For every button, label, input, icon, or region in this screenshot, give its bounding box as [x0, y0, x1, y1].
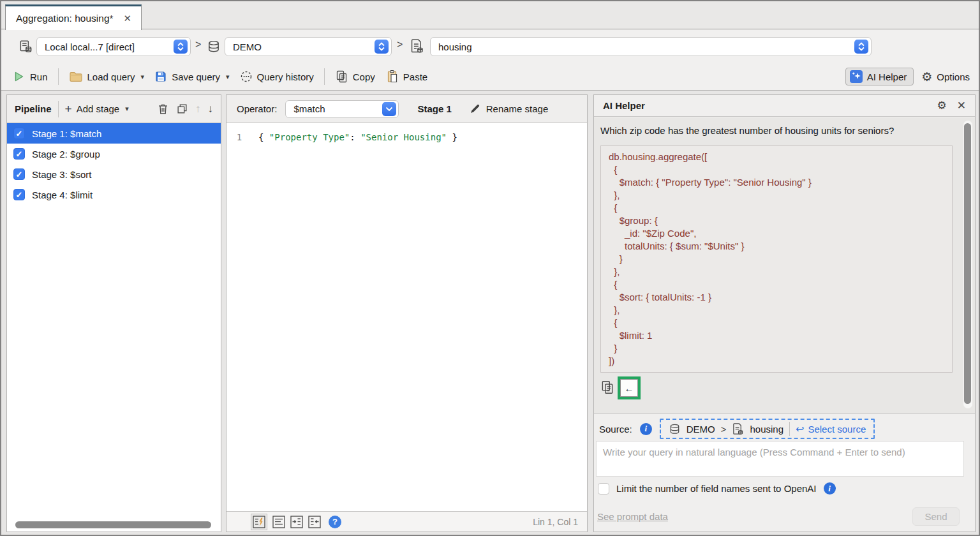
folder-icon — [69, 70, 83, 83]
stage-checkbox[interactable]: ✓ — [13, 168, 25, 180]
chevron-down-icon[interactable]: ▾ — [125, 105, 129, 113]
paste-icon — [385, 70, 399, 84]
collection-icon — [732, 422, 744, 436]
trash-icon[interactable] — [157, 103, 169, 115]
database-select-value: DEMO — [233, 41, 262, 52]
vertical-scrollbar-thumb[interactable] — [964, 123, 971, 404]
insert-highlight: ← — [618, 376, 641, 399]
source-label: Source: — [599, 424, 632, 435]
load-query-label: Load query — [87, 71, 135, 82]
pipeline-stage[interactable]: ✓Stage 4: $limit — [7, 184, 221, 205]
chevron-down-icon[interactable]: ▾ — [226, 73, 230, 81]
add-stage-button[interactable]: + Add stage ▾ — [65, 102, 129, 116]
move-up-icon[interactable]: ↑ — [195, 103, 201, 115]
run-label: Run — [30, 71, 48, 82]
pipeline-stage[interactable]: ✓Stage 3: $sort — [7, 164, 221, 184]
database-icon — [207, 40, 221, 54]
pipeline-stage-list: ✓Stage 1: $match✓Stage 2: $group✓Stage 3… — [7, 123, 221, 205]
breadcrumb-separator: > — [195, 39, 201, 50]
main-toolbar: Run Load query ▾ Sav — [1, 63, 979, 91]
options-button[interactable]: ⚙ Options — [921, 71, 970, 83]
breadcrumb-separator: > — [397, 39, 403, 50]
natural-language-input[interactable] — [596, 441, 964, 477]
copy-code-icon[interactable] — [600, 380, 614, 395]
paste-label: Paste — [403, 71, 427, 82]
add-stage-label: Add stage — [77, 103, 120, 114]
breadcrumb-separator: > — [721, 424, 727, 435]
pipeline-stage[interactable]: ✓Stage 1: $match — [7, 123, 221, 144]
stepper-icon[interactable] — [375, 40, 389, 54]
select-source-button[interactable]: ↩ Select source — [796, 423, 866, 435]
options-label: Options — [937, 71, 970, 82]
send-button[interactable]: Send — [912, 507, 960, 526]
format-document-button[interactable] — [251, 514, 267, 530]
indent-left-button[interactable] — [308, 516, 321, 528]
stage-label: Stage 1: $match — [32, 128, 101, 139]
save-query-label: Save query — [172, 71, 220, 82]
limit-fields-row: Limit the number of field names sent to … — [598, 482, 836, 495]
operator-select-value: $match — [293, 103, 325, 114]
help-icon[interactable]: ? — [329, 516, 341, 528]
limit-fields-checkbox[interactable] — [598, 483, 609, 495]
chevron-down-icon[interactable]: ▾ — [141, 73, 145, 81]
query-history-button[interactable]: Query history — [240, 70, 314, 83]
stage-label: Stage 3: $sort — [32, 169, 91, 180]
database-select[interactable]: DEMO — [225, 37, 392, 56]
gear-icon[interactable]: ⚙ — [937, 100, 947, 111]
gear-icon: ⚙ — [921, 71, 932, 83]
ai-helper-button[interactable]: AI Helper — [845, 68, 914, 86]
ai-chat-area: Which zip code has the greatest number o… — [594, 117, 975, 414]
rename-stage-label: Rename stage — [486, 103, 549, 114]
connection-select[interactable]: Local local...7 [direct] — [36, 37, 191, 56]
close-icon[interactable]: ✕ — [957, 99, 966, 112]
source-selector[interactable]: DEMO > housing ↩ Select source — [660, 419, 875, 439]
pencil-icon — [469, 103, 481, 115]
stage-checkbox[interactable]: ✓ — [13, 148, 25, 160]
tab-aggregation[interactable]: Aggregation: housing* ✕ — [5, 4, 142, 30]
stepper-icon[interactable] — [174, 40, 188, 54]
rename-stage-button[interactable]: Rename stage — [469, 103, 549, 115]
collection-select[interactable]: housing — [430, 37, 872, 56]
server-connection-icon — [18, 39, 33, 54]
database-icon — [669, 423, 681, 435]
load-query-button[interactable]: Load query ▾ — [69, 70, 145, 83]
ai-helper-title: AI Helper — [603, 100, 645, 111]
insert-into-editor-button[interactable]: ← — [620, 379, 638, 397]
align-lines-button[interactable] — [272, 516, 285, 528]
operator-select[interactable]: $match — [285, 100, 399, 118]
collection-select-value: housing — [438, 41, 472, 52]
stage-code-editor[interactable]: 1 { "Property Type": "Senior Housing" } — [226, 124, 587, 511]
stage-name: Stage 1 — [417, 103, 451, 114]
close-icon[interactable]: ✕ — [124, 13, 132, 24]
ai-sparkle-icon — [850, 70, 863, 83]
paste-button[interactable]: Paste — [385, 70, 427, 84]
stepper-icon[interactable] — [854, 40, 868, 54]
pipeline-stage[interactable]: ✓Stage 2: $group — [7, 144, 221, 164]
query-input-wrap — [596, 441, 964, 477]
toolbar-separator — [324, 68, 325, 85]
run-button[interactable]: Run — [13, 70, 48, 83]
move-down-icon[interactable]: ↓ — [208, 103, 214, 115]
stage-checkbox[interactable]: ✓ — [13, 189, 25, 200]
ai-helper-header: AI Helper ⚙ ✕ — [594, 95, 975, 117]
stage-label: Stage 4: $limit — [32, 190, 93, 200]
pipeline-header: Pipeline + Add stage ▾ — [7, 95, 221, 123]
copy-button[interactable]: Copy — [335, 70, 375, 84]
horizontal-scrollbar-thumb[interactable] — [15, 521, 211, 528]
info-icon[interactable]: i — [640, 423, 652, 435]
history-icon — [240, 70, 253, 83]
source-database: DEMO — [687, 424, 715, 435]
see-prompt-data-link[interactable]: See prompt data — [597, 511, 668, 522]
duplicate-icon[interactable] — [176, 103, 188, 115]
separator — [58, 101, 59, 117]
indent-right-button[interactable] — [290, 516, 303, 528]
stage-checkbox[interactable]: ✓ — [13, 128, 25, 139]
chevron-down-icon[interactable] — [382, 102, 396, 116]
line-number: 1 — [226, 132, 252, 142]
save-query-button[interactable]: Save query ▾ — [154, 70, 229, 83]
stage-editor-header: Operator: $match Stage 1 Rename stage — [226, 95, 587, 123]
source-row: Source: i DEMO > — [599, 417, 875, 440]
source-collection: housing — [750, 424, 783, 435]
info-icon[interactable]: i — [824, 482, 836, 495]
app-window: Aggregation: housing* ✕ Local local...7 … — [0, 0, 980, 536]
